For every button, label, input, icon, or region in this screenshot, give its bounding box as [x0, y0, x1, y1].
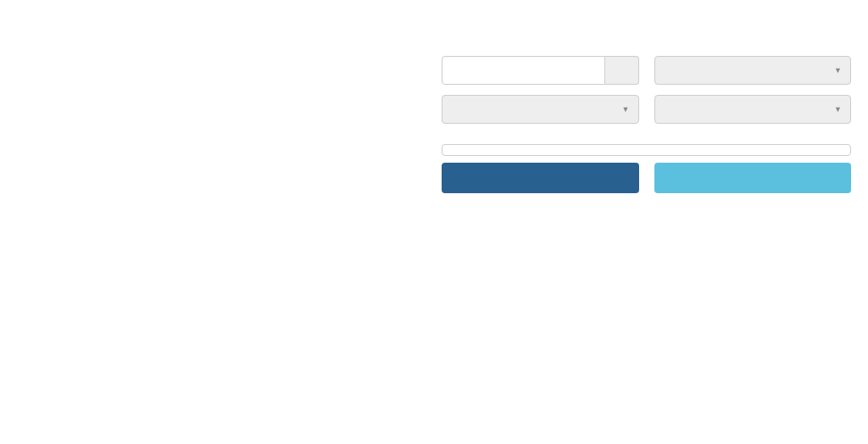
exchanges-box[interactable]: [442, 144, 851, 156]
bottom-section: [17, 53, 851, 193]
calculate-button[interactable]: [442, 163, 639, 193]
sort-by-select[interactable]: [654, 56, 852, 85]
volume-filter-select[interactable]: [442, 95, 639, 124]
difficulty-select[interactable]: [654, 95, 852, 124]
defaults-button[interactable]: [654, 163, 852, 193]
cost-input[interactable]: [442, 56, 605, 85]
settings-panel: [442, 53, 851, 193]
cost-unit: [605, 56, 639, 85]
